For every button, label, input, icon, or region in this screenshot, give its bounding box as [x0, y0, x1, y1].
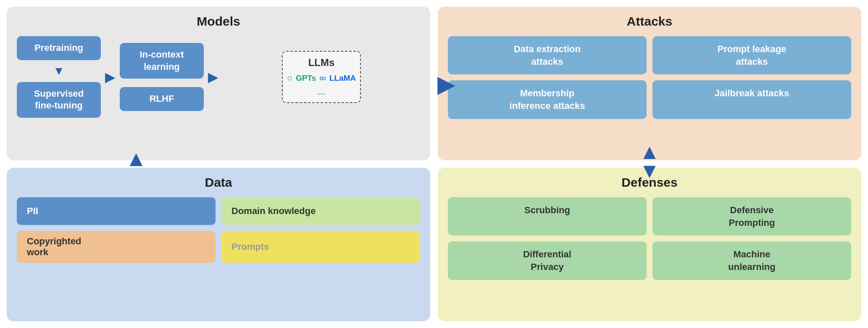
supervised-box: Supervisedfine-tuning: [17, 82, 101, 118]
pii-box: PII: [17, 197, 216, 225]
domain-box: Domain knowledge: [221, 197, 420, 225]
defenses-panel: ▲ ▼ Defenses Scrubbing DefensivePromptin…: [438, 168, 861, 321]
attacks-panel: Attacks Data extractionattacks Prompt le…: [438, 7, 861, 160]
prompt-leakage-box: Prompt leakageattacks: [652, 36, 851, 74]
arrow-data-to-models: ▲: [125, 146, 147, 171]
incontext-box: In-contextlearning: [120, 43, 204, 79]
double-arrow-attacks-defenses: ▲ ▼: [639, 143, 660, 180]
data-panel: ▲ Data: [7, 168, 430, 321]
gpts-label: GPTs: [296, 74, 316, 83]
defensive-prompting-box: DefensivePrompting: [652, 197, 851, 235]
models-title: Models: [197, 14, 240, 29]
pretraining-box: Pretraining: [17, 36, 101, 60]
arrow-method-llm: ▶: [208, 69, 218, 85]
data-title: Data: [205, 175, 232, 190]
arrow-train-method: ▶: [105, 69, 116, 85]
copyright-label: Copyrighted work: [27, 236, 82, 258]
copyright-box: </> Copyrighted work: [17, 231, 216, 263]
attacks-title: Attacks: [627, 14, 672, 29]
pii-label: PII: [27, 206, 38, 217]
llms-title: LLMs: [308, 57, 335, 69]
prompts-label: Prompts: [231, 241, 269, 252]
llms-box: LLMs ○ GPTs ∞ LLaMA ...: [282, 51, 361, 103]
scrubbing-box: Scrubbing: [448, 197, 647, 235]
llama-label: LLaMA: [329, 74, 356, 83]
rlhf-box: RLHF: [120, 87, 204, 111]
data-extraction-box: Data extractionattacks: [448, 36, 647, 74]
llms-dots: ...: [318, 86, 325, 97]
jailbreak-box: Jailbreak attacks: [652, 80, 851, 119]
prompts-box: xxx Prompts: [221, 231, 420, 263]
arrow-models-to-attacks: ▶: [437, 70, 455, 97]
down-arrow-1: ▼: [17, 64, 101, 78]
machine-unlearning-box: Machineunlearning: [652, 241, 851, 280]
differential-privacy-box: DifferentialPrivacy: [448, 241, 647, 280]
models-panel: Models Pretraining ▼ Supervisedfine-tuni…: [7, 7, 430, 160]
membership-inference-box: Membershipinference attacks: [448, 80, 647, 119]
domain-label: Domain knowledge: [231, 206, 316, 217]
